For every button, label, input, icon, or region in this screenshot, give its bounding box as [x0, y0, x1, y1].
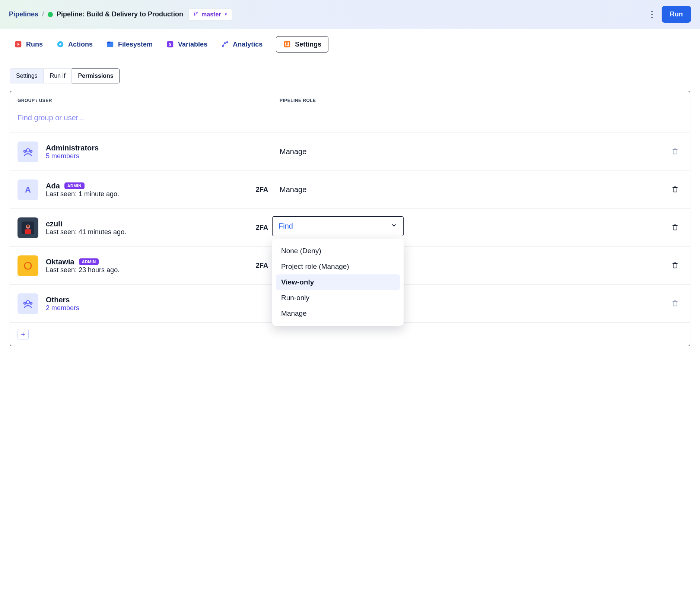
svg-point-26 — [26, 225, 29, 227]
svg-rect-27 — [25, 229, 31, 234]
run-button[interactable]: Run — [662, 6, 691, 23]
column-headers: GROUP / USER PIPELINE ROLE — [10, 91, 690, 103]
row-name: Others — [46, 296, 79, 304]
subtab-run-if[interactable]: Run if — [44, 69, 72, 83]
permissions-panel: GROUP / USER PIPELINE ROLE Administrator… — [10, 91, 690, 346]
row-subtext[interactable]: 5 members — [46, 152, 99, 160]
add-button[interactable] — [18, 329, 29, 340]
breadcrumb: Pipelines / Pipeline: Build & Delivery t… — [9, 10, 183, 18]
svg-point-4 — [651, 13, 653, 15]
svg-point-0 — [194, 12, 195, 13]
svg-point-29 — [30, 302, 32, 304]
column-pipeline-role: PIPELINE ROLE — [278, 98, 682, 103]
avatar — [18, 293, 38, 314]
svg-point-1 — [194, 15, 195, 16]
tab-actions[interactable]: Actions — [56, 40, 93, 48]
tab-filesystem-label: Filesystem — [118, 41, 153, 48]
breadcrumb-root-link[interactable]: Pipelines — [9, 10, 38, 18]
svg-point-30 — [24, 302, 26, 304]
row-subtext: Last seen: 1 minute ago. — [46, 190, 119, 198]
svg-point-21 — [26, 149, 29, 152]
branch-icon — [193, 11, 198, 18]
runs-icon — [14, 40, 22, 48]
table-row: Administrators 5 members Manage — [10, 133, 690, 171]
subtab-settings[interactable]: Settings — [10, 69, 44, 83]
role-option[interactable]: None (Deny) — [276, 243, 400, 259]
delete-icon[interactable] — [671, 223, 679, 233]
role-cell[interactable]: Manage — [278, 185, 660, 194]
delete-icon[interactable] — [671, 185, 679, 195]
admin-badge: ADMIN — [64, 182, 85, 189]
tab-actions-label: Actions — [68, 41, 93, 48]
subtab-permissions[interactable]: Permissions — [72, 69, 120, 83]
tab-filesystem[interactable]: Filesystem — [106, 40, 153, 48]
role-option[interactable]: View-only — [276, 274, 400, 290]
avatar: O — [18, 255, 38, 276]
column-group-user: GROUP / USER — [18, 98, 278, 103]
analytics-icon — [221, 40, 229, 48]
branch-selector[interactable]: master ▼ — [188, 9, 232, 20]
tab-variables[interactable]: S Variables — [166, 40, 207, 48]
row-subtext[interactable]: 2 members — [46, 304, 79, 312]
variables-icon: S — [166, 40, 174, 48]
row-name: Ada ADMIN — [46, 182, 119, 190]
more-menu-button[interactable] — [645, 8, 659, 21]
tab-variables-label: Variables — [178, 41, 207, 48]
row-subtext: Last seen: 23 hours ago. — [46, 266, 120, 274]
role-option[interactable]: Project role (Manage) — [276, 259, 400, 274]
svg-point-20 — [288, 42, 289, 44]
avatar — [18, 141, 38, 162]
svg-point-23 — [24, 150, 26, 152]
branch-name: master — [201, 11, 221, 18]
twofa-label: 2FA — [256, 186, 278, 194]
svg-point-5 — [651, 16, 653, 18]
delete-icon[interactable] — [671, 147, 679, 157]
svg-text:S: S — [169, 42, 171, 47]
role-cell[interactable]: Manage — [278, 147, 660, 156]
row-name: Oktawia ADMIN — [46, 258, 120, 266]
admin-badge: ADMIN — [79, 258, 99, 265]
avatar — [18, 217, 38, 238]
row-name: czuli — [46, 220, 126, 228]
svg-rect-11 — [107, 42, 111, 44]
actions-icon — [56, 40, 64, 48]
tab-settings-label: Settings — [295, 41, 321, 48]
svg-point-19 — [286, 45, 288, 46]
svg-point-3 — [651, 10, 653, 12]
tab-runs[interactable]: Runs — [14, 40, 43, 48]
status-dot-icon — [48, 12, 53, 17]
svg-point-22 — [30, 150, 32, 152]
chevron-down-icon: ▼ — [224, 12, 228, 16]
role-dropdown: None (Deny)Project role (Manage)View-onl… — [272, 239, 404, 326]
breadcrumb-separator: / — [42, 10, 44, 18]
role-option[interactable]: Run-only — [276, 290, 400, 306]
pipeline-title: Pipeline: Build & Delivery to Production — [57, 10, 183, 18]
search-input[interactable] — [18, 114, 682, 122]
tab-analytics-label: Analytics — [233, 41, 262, 48]
tab-settings[interactable]: Settings — [276, 36, 328, 52]
role-select[interactable]: Find — [272, 216, 404, 236]
tab-runs-label: Runs — [26, 41, 43, 48]
row-subtext: Last seen: 41 minutes ago. — [46, 228, 126, 236]
svg-point-28 — [26, 300, 29, 304]
delete-icon[interactable] — [671, 261, 679, 271]
svg-point-18 — [285, 43, 287, 44]
role-select-text: Find — [279, 222, 293, 230]
svg-point-9 — [59, 43, 61, 45]
row-name: Administrators — [46, 144, 99, 152]
role-option[interactable]: Manage — [276, 306, 400, 321]
tab-analytics[interactable]: Analytics — [221, 40, 262, 48]
settings-icon — [283, 40, 291, 48]
svg-point-16 — [226, 41, 229, 44]
svg-point-2 — [197, 12, 198, 13]
chevron-down-icon — [391, 222, 397, 230]
avatar: A — [18, 179, 38, 200]
header-bar: Pipelines / Pipeline: Build & Delivery t… — [0, 0, 700, 29]
filesystem-icon — [106, 40, 114, 48]
main-tabs: Runs Actions Filesystem S Variables Anal… — [0, 29, 700, 60]
settings-subtabs: Settings Run if Permissions — [0, 60, 700, 83]
delete-icon[interactable] — [671, 299, 679, 309]
table-row: A Ada ADMIN Last seen: 1 minute ago. 2FA… — [10, 171, 690, 209]
